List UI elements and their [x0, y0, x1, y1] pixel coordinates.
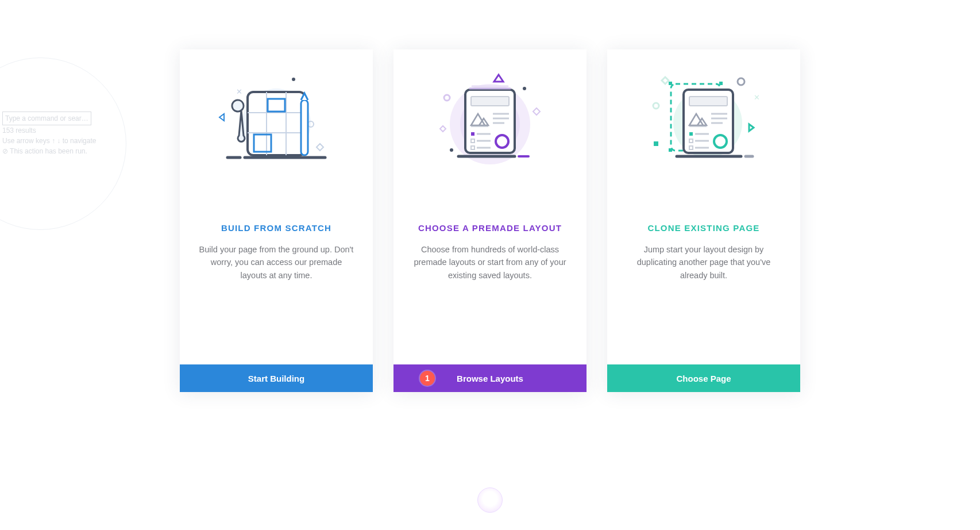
- option-cards-row: ✕ BUILD FROM: [0, 0, 980, 415]
- illustration-clone-page: ✕: [607, 49, 800, 199]
- button-label: Browse Layouts: [457, 374, 523, 383]
- card-title: CHOOSE A PREMADE LAYOUT: [393, 199, 587, 233]
- clone-illustration-icon: ✕: [643, 72, 764, 176]
- svg-point-16: [444, 95, 450, 101]
- svg-rect-28: [471, 132, 474, 136]
- svg-point-1: [292, 78, 295, 81]
- svg-rect-40: [654, 141, 658, 146]
- card-description: Build your page from the ground up. Don'…: [180, 233, 373, 282]
- card-description: Choose from hundreds of world-class prem…: [393, 233, 587, 282]
- svg-rect-46: [689, 97, 727, 106]
- illustration-premade-layout: [393, 49, 587, 199]
- svg-rect-23: [471, 97, 509, 106]
- svg-point-18: [450, 148, 453, 152]
- scratch-illustration-icon: ✕: [216, 72, 337, 176]
- button-label: Start Building: [248, 374, 304, 383]
- choose-page-button[interactable]: Choose Page: [607, 364, 800, 392]
- card-title: BUILD FROM SCRATCH: [180, 199, 373, 233]
- browse-layouts-button[interactable]: 1 Browse Layouts: [393, 364, 587, 392]
- svg-point-39: [653, 103, 659, 109]
- svg-rect-44: [719, 82, 723, 85]
- step-1-badge: 1: [420, 371, 435, 386]
- card-title: CLONE EXISTING PAGE: [607, 199, 800, 233]
- card-clone-existing-page: ✕: [607, 49, 800, 392]
- svg-rect-42: [669, 82, 672, 85]
- bottom-accent-circle: [477, 487, 503, 513]
- svg-point-37: [738, 78, 744, 85]
- card-description: Jump start your layout design by duplica…: [607, 233, 800, 282]
- card-build-from-scratch: ✕ BUILD FROM: [180, 49, 373, 392]
- start-building-button[interactable]: Start Building: [180, 364, 373, 392]
- svg-rect-11: [301, 100, 308, 155]
- svg-rect-51: [689, 132, 693, 136]
- svg-text:✕: ✕: [236, 87, 242, 96]
- svg-rect-4: [248, 92, 305, 155]
- premade-illustration-icon: [430, 72, 550, 176]
- card-choose-premade-layout: CHOOSE A PREMADE LAYOUT Choose from hund…: [393, 49, 587, 392]
- illustration-build-from-scratch: ✕: [180, 49, 373, 199]
- svg-point-17: [523, 87, 526, 90]
- svg-rect-43: [669, 148, 672, 152]
- svg-text:✕: ✕: [754, 93, 760, 102]
- button-label: Choose Page: [676, 374, 731, 383]
